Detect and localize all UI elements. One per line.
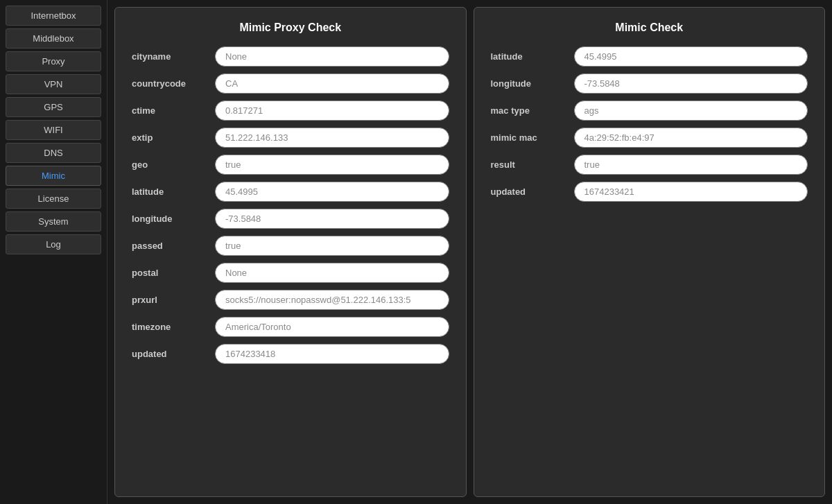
proxy-field-row-prxurl: prxurlsocks5://nouser:nopasswd@51.222.14… (132, 290, 449, 310)
proxy-label-passed: passed (132, 241, 215, 251)
proxy-field-row-ctime: ctime0.817271 (132, 101, 449, 121)
proxy-field-row-extip: extip51.222.146.133 (132, 128, 449, 148)
proxy-input-ctime[interactable]: 0.817271 (215, 101, 449, 121)
mimic-label-latitude: latitude (491, 51, 574, 62)
main-content: Mimic Proxy Check citynameNonecountrycod… (107, 0, 832, 504)
proxy-label-latitude: latitude (132, 186, 215, 197)
mimic-label-result: result (491, 159, 574, 170)
mimic-field-row-result: resulttrue (491, 155, 808, 175)
proxy-input-prxurl[interactable]: socks5://nouser:nopasswd@51.222.146.133:… (215, 290, 449, 310)
proxy-label-extip: extip (132, 132, 215, 143)
proxy-input-passed[interactable]: true (215, 236, 449, 256)
proxy-label-ctime: ctime (132, 105, 215, 116)
proxy-field-row-cityname: citynameNone (132, 46, 449, 67)
mimic-field-row-updated: updated1674233421 (491, 182, 808, 202)
mimic-input-mac-type[interactable]: ags (574, 101, 808, 121)
proxy-field-row-countrycode: countrycodeCA (132, 73, 449, 94)
proxy-input-geo[interactable]: true (215, 155, 449, 175)
sidebar-item-wifi[interactable]: WIFI (6, 120, 101, 140)
sidebar-item-log[interactable]: Log (6, 234, 101, 254)
sidebar-item-license[interactable]: License (6, 189, 101, 209)
mimic-label-mimic-mac: mimic mac (491, 132, 574, 143)
proxy-check-panel: Mimic Proxy Check citynameNonecountrycod… (114, 7, 467, 497)
proxy-field-row-latitude: latitude45.4995 (132, 182, 449, 202)
sidebar-item-internetbox[interactable]: Internetbox (6, 6, 101, 26)
proxy-input-postal[interactable]: None (215, 263, 449, 283)
sidebar-item-proxy[interactable]: Proxy (6, 51, 101, 71)
sidebar-item-system[interactable]: System (6, 211, 101, 232)
proxy-field-row-timezone: timezoneAmerica/Toronto (132, 317, 449, 337)
proxy-field-row-longitude: longitude-73.5848 (132, 209, 449, 229)
proxy-field-row-updated: updated1674233418 (132, 344, 449, 364)
proxy-input-extip[interactable]: 51.222.146.133 (215, 128, 449, 148)
mimic-input-updated[interactable]: 1674233421 (574, 182, 808, 202)
proxy-label-updated: updated (132, 349, 215, 359)
mimic-field-row-latitude: latitude45.4995 (491, 46, 808, 67)
proxy-input-updated[interactable]: 1674233418 (215, 344, 449, 364)
mimic-field-row-mac-type: mac typeags (491, 101, 808, 121)
sidebar-item-gps[interactable]: GPS (6, 97, 101, 117)
mimic-check-panel: Mimic Check latitude45.4995longitude-73.… (474, 7, 826, 497)
proxy-label-longitude: longitude (132, 214, 215, 224)
sidebar-item-vpn[interactable]: VPN (6, 74, 101, 94)
proxy-field-row-passed: passedtrue (132, 236, 449, 256)
proxy-input-cityname[interactable]: None (215, 46, 449, 67)
proxy-label-geo: geo (132, 159, 215, 170)
proxy-field-row-geo: geotrue (132, 155, 449, 175)
proxy-check-title: Mimic Proxy Check (132, 21, 449, 34)
mimic-field-row-longitude: longitude-73.5848 (491, 73, 808, 94)
sidebar-item-mimic[interactable]: Mimic (6, 166, 101, 186)
proxy-label-cityname: cityname (132, 51, 215, 62)
mimic-check-title: Mimic Check (491, 21, 808, 34)
proxy-input-longitude[interactable]: -73.5848 (215, 209, 449, 229)
mimic-label-longitude: longitude (491, 78, 574, 89)
proxy-label-timezone: timezone (132, 322, 215, 332)
proxy-label-postal: postal (132, 268, 215, 278)
mimic-input-latitude[interactable]: 45.4995 (574, 46, 808, 67)
mimic-input-result[interactable]: true (574, 155, 808, 175)
sidebar-item-dns[interactable]: DNS (6, 143, 101, 163)
mimic-input-mimic-mac[interactable]: 4a:29:52:fb:e4:97 (574, 128, 808, 148)
proxy-label-countrycode: countrycode (132, 78, 215, 89)
mimic-fields: latitude45.4995longitude-73.5848mac type… (491, 46, 808, 202)
mimic-input-longitude[interactable]: -73.5848 (574, 73, 808, 94)
proxy-fields: citynameNonecountrycodeCActime0.817271ex… (132, 46, 449, 364)
mimic-label-mac-type: mac type (491, 105, 574, 116)
sidebar-item-middlebox[interactable]: Middlebox (6, 28, 101, 49)
proxy-input-latitude[interactable]: 45.4995 (215, 182, 449, 202)
mimic-label-updated: updated (491, 186, 574, 197)
mimic-field-row-mimic-mac: mimic mac4a:29:52:fb:e4:97 (491, 128, 808, 148)
proxy-label-prxurl: prxurl (132, 295, 215, 305)
sidebar: InternetboxMiddleboxProxyVPNGPSWIFIDNSMi… (0, 0, 107, 504)
proxy-field-row-postal: postalNone (132, 263, 449, 283)
proxy-input-timezone[interactable]: America/Toronto (215, 317, 449, 337)
proxy-input-countrycode[interactable]: CA (215, 73, 449, 94)
